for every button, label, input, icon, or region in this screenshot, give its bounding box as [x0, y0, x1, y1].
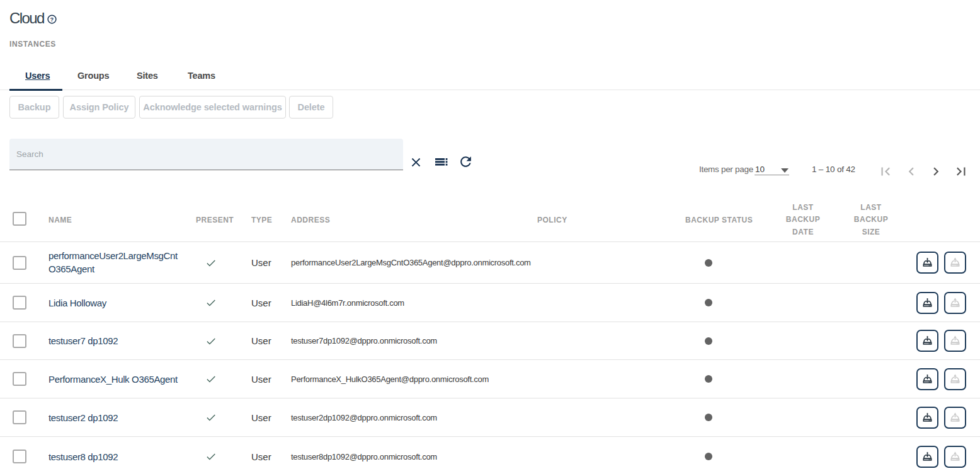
svg-text:?: ? — [50, 16, 54, 23]
